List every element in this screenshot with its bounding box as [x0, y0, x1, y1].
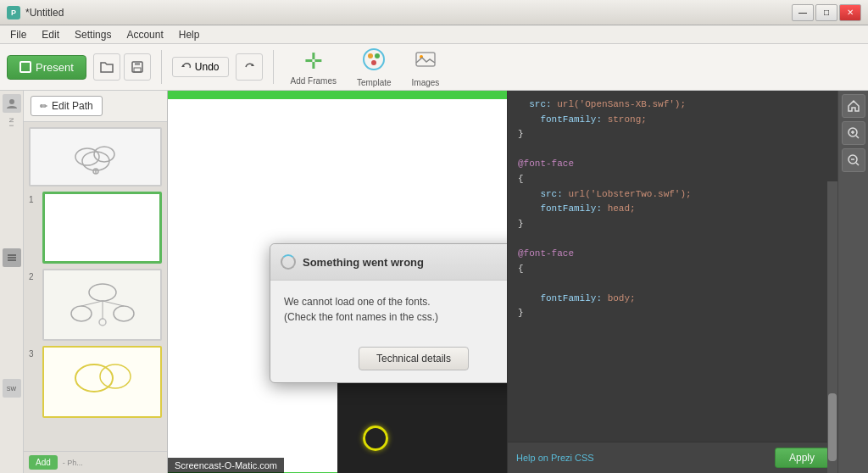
zoom-out-icon: [847, 153, 860, 167]
slide-panel: ✏ Edit Path: [24, 91, 168, 473]
css-scrollbar-track[interactable]: [827, 181, 837, 473]
help-link[interactable]: Help on Prezi CSS: [516, 453, 594, 463]
slide-number-3: 3: [29, 349, 39, 359]
css-line: {: [518, 262, 827, 277]
slide-thumb-top: [29, 127, 162, 186]
slide-number-1: 1: [29, 195, 39, 204]
left-sidebar: N I SW: [0, 91, 24, 473]
present-button[interactable]: Present: [7, 55, 86, 80]
present-icon: [19, 61, 31, 73]
canvas-area[interactable]: Something went wrong × We cannot load on…: [168, 91, 507, 473]
slide-action-bar: Add - Ph...: [24, 451, 167, 473]
svg-rect-1: [135, 62, 140, 65]
css-line: [518, 231, 827, 247]
slide-number-2: 2: [29, 272, 39, 281]
menu-settings[interactable]: Settings: [68, 27, 118, 42]
dialog-title-row: Something went wrong: [281, 254, 424, 270]
css-footer: Help on Prezi CSS Apply: [508, 442, 837, 473]
css-line: fontFamily: head;: [518, 202, 827, 217]
edit-path-bar: ✏ Edit Path: [24, 91, 167, 122]
zoom-out-button[interactable]: [842, 148, 865, 172]
svg-line-23: [81, 301, 103, 306]
css-editor[interactable]: src: url('OpenSans-XB.swf'); fontFamily:…: [508, 91, 837, 442]
edit-path-button[interactable]: ✏ Edit Path: [31, 96, 103, 116]
file-buttons: [93, 53, 151, 81]
menubar: File Edit Settings Account Help: [0, 25, 868, 44]
css-line: src: url('OpenSans-XB.swf');: [518, 97, 827, 113]
redo-button[interactable]: [236, 53, 263, 81]
sidebar-icon-sw[interactable]: SW: [3, 379, 21, 398]
dialog-body: We cannot load one of the fonts. (Check …: [270, 281, 507, 338]
error-dialog[interactable]: Something went wrong × We cannot load on…: [270, 243, 507, 383]
menu-file[interactable]: File: [3, 27, 33, 42]
menu-edit[interactable]: Edit: [35, 27, 66, 42]
images-icon: [414, 47, 437, 76]
maximize-button[interactable]: □: [815, 4, 837, 21]
css-line: @font-face: [518, 247, 827, 262]
svg-point-20: [89, 284, 116, 301]
undo-icon: [181, 62, 192, 72]
list-item[interactable]: 3: [29, 346, 162, 418]
divider-2: [273, 50, 274, 84]
technical-details-button[interactable]: Technical details: [359, 347, 469, 370]
css-line: @font-face: [518, 157, 827, 172]
minimize-button[interactable]: —: [792, 4, 814, 21]
window-title: *Untitled: [25, 7, 64, 19]
css-line: }: [518, 217, 827, 232]
css-line: fontFamily: strong;: [518, 113, 827, 128]
home-button[interactable]: [842, 94, 865, 118]
titlebar-left: P *Untitled: [7, 6, 64, 19]
list-item[interactable]: 1: [29, 192, 162, 264]
open-button[interactable]: [93, 53, 120, 81]
css-line: src: url('LobsterTwo.swf');: [518, 187, 827, 203]
images-action[interactable]: Images: [405, 44, 447, 91]
close-button[interactable]: ✕: [839, 4, 861, 21]
css-line: {: [518, 172, 827, 187]
slide-thumb-2: [42, 269, 162, 341]
toolbar: Present Undo ✛: [0, 44, 868, 91]
svg-point-17: [82, 152, 109, 170]
svg-point-6: [368, 53, 373, 58]
dialog-message-line2: (Check the font names in the css.): [284, 311, 438, 323]
svg-point-21: [71, 306, 92, 321]
svg-line-32: [856, 136, 859, 138]
menu-account[interactable]: Account: [120, 27, 170, 42]
save-button[interactable]: [124, 53, 151, 81]
pencil-icon: ✏: [40, 101, 47, 112]
titlebar: P *Untitled — □ ✕: [0, 0, 868, 25]
template-action[interactable]: Template: [350, 44, 398, 91]
window-controls[interactable]: — □ ✕: [792, 4, 861, 21]
svg-point-8: [371, 60, 376, 65]
svg-point-27: [75, 364, 113, 392]
slide-thumb-1: [42, 192, 162, 264]
css-scrollbar-thumb[interactable]: [828, 393, 837, 461]
slide-list: 1 2: [24, 122, 167, 451]
sidebar-icon-1[interactable]: [3, 94, 21, 113]
svg-point-28: [100, 364, 131, 388]
sidebar-icon-2[interactable]: [3, 248, 21, 267]
ph-label: - Ph...: [61, 457, 85, 469]
add-frames-action[interactable]: ✛ Add Frames: [284, 45, 343, 89]
apply-button[interactable]: Apply: [775, 448, 829, 468]
zoom-in-button[interactable]: [842, 121, 865, 145]
slide-thumb-3: [42, 346, 162, 418]
dialog-title: Something went wrong: [303, 256, 424, 269]
dialog-footer: Technical details: [270, 338, 507, 382]
dialog-message-line1: We cannot load one of the fonts.: [284, 296, 431, 308]
list-item[interactable]: 2: [29, 269, 162, 341]
css-line: }: [518, 306, 827, 321]
menu-help[interactable]: Help: [172, 27, 207, 42]
css-line: [518, 276, 827, 292]
divider-1: [161, 50, 162, 84]
sidebar-label-i: I: [8, 125, 15, 126]
folder-icon: [100, 60, 114, 74]
css-line: fontFamily: body;: [518, 292, 827, 307]
undo-button[interactable]: Undo: [172, 57, 229, 77]
add-button[interactable]: Add: [29, 455, 58, 470]
css-line: }: [518, 127, 827, 142]
svg-point-25: [99, 319, 106, 326]
slide-item-top[interactable]: [29, 127, 162, 186]
svg-point-22: [114, 306, 134, 321]
home-icon: [847, 99, 860, 113]
loading-icon: [281, 254, 296, 270]
